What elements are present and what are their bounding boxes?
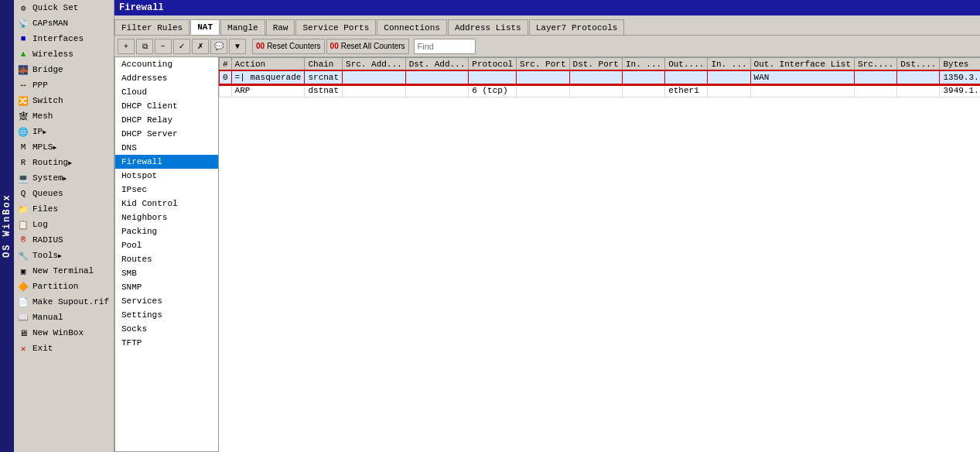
dropdown-item-socks[interactable]: Socks xyxy=(115,322,218,336)
dropdown-item-snmp[interactable]: SNMP xyxy=(115,280,218,294)
tab-nat[interactable]: NAT xyxy=(190,19,220,35)
sidebar-item-quick-set[interactable]: ⚙ Quick Set xyxy=(14,0,114,15)
system-icon: 💻 xyxy=(17,172,29,184)
reset-all-counters-button[interactable]: 00 Reset All Counters xyxy=(326,39,409,54)
sidebar-item-radius[interactable]: ® RADIUS xyxy=(14,232,114,248)
dropdown-item-ipsec[interactable]: IPsec xyxy=(115,183,218,197)
quick-set-icon: ⚙ xyxy=(17,2,29,14)
tab-mangle[interactable]: Mangle xyxy=(220,19,265,35)
sidebar-item-ppp[interactable]: ↔ PPP xyxy=(14,77,114,93)
col-dst-port: Dst. Port xyxy=(569,58,622,71)
radius-icon: ® xyxy=(17,234,29,246)
dropdown-item-addresses[interactable]: Addresses xyxy=(115,71,218,85)
winbox-label: OS WinBox xyxy=(0,0,14,452)
table-row[interactable]: 0 =| masquerade srcnat WAN xyxy=(220,71,981,84)
ppp-icon: ↔ xyxy=(17,79,29,91)
sidebar-item-interfaces[interactable]: ■ Interfaces xyxy=(14,31,114,46)
col-protocol: Protocol xyxy=(469,58,517,71)
new-winbox-icon: 🖥 xyxy=(17,327,29,339)
ip-submenu-dropdown: Accounting Addresses Cloud DHCP Client D… xyxy=(114,57,219,452)
mesh-icon: 🕸 xyxy=(17,110,29,122)
tab-service-ports[interactable]: Service Ports xyxy=(295,19,376,35)
col-src-add: Src. Add... xyxy=(343,58,406,71)
sidebar-item-queues[interactable]: Q Queues xyxy=(14,186,114,201)
col-src-port: Src. Port xyxy=(517,58,569,71)
enable-button[interactable]: ✓ xyxy=(173,39,190,54)
sidebar-item-supout[interactable]: 📄 Make Supout.rif xyxy=(14,294,114,310)
sidebar-item-exit[interactable]: ✕ Exit xyxy=(14,341,114,356)
dropdown-item-settings[interactable]: Settings xyxy=(115,308,218,322)
dropdown-item-dhcp-client[interactable]: DHCP Client xyxy=(115,99,218,113)
sidebar-item-routing[interactable]: R Routing xyxy=(14,155,114,170)
dropdown-item-packing[interactable]: Packing xyxy=(115,224,218,238)
dropdown-item-hotspot[interactable]: Hotspot xyxy=(115,169,218,183)
sidebar-item-switch[interactable]: 🔀 Switch xyxy=(14,93,114,108)
col-num: # xyxy=(220,58,232,71)
supout-icon: 📄 xyxy=(17,296,29,308)
tab-filter-rules[interactable]: Filter Rules xyxy=(114,19,190,35)
dropdown-item-accounting[interactable]: Accounting xyxy=(115,57,218,71)
col-action: Action xyxy=(231,58,305,71)
manual-icon: 📖 xyxy=(17,311,29,324)
dropdown-item-dns[interactable]: DNS xyxy=(115,141,218,155)
tab-bar: Filter Rules NAT Mangle Raw Service Port… xyxy=(114,15,980,36)
new-terminal-icon: ▣ xyxy=(17,265,29,277)
dropdown-item-dhcp-server[interactable]: DHCP Server xyxy=(115,127,218,141)
dropdown-item-tftp[interactable]: TFTP xyxy=(115,336,218,350)
col-dst-add: Dst. Add... xyxy=(405,58,469,71)
tab-address-lists[interactable]: Address Lists xyxy=(448,19,528,35)
col-dst2: Dst.... xyxy=(897,58,940,71)
exit-icon: ✕ xyxy=(17,342,29,354)
sidebar-item-capsman[interactable]: 📡 CAPsMAN xyxy=(14,15,114,31)
sidebar-item-log[interactable]: 📋 Log xyxy=(14,217,114,232)
sidebar-item-bridge[interactable]: 🌉 Bridge xyxy=(14,62,114,77)
bridge-icon: 🌉 xyxy=(17,63,29,76)
tab-raw[interactable]: Raw xyxy=(266,19,295,35)
dropdown-item-smb[interactable]: SMB xyxy=(115,266,218,280)
delete-button[interactable]: − xyxy=(155,39,172,54)
reset-counters-button[interactable]: 00 Reset Counters xyxy=(252,39,325,54)
tab-layer7-protocols[interactable]: Layer7 Protocols xyxy=(529,19,625,35)
sidebar-item-wireless[interactable]: ▲ Wireless xyxy=(14,46,114,62)
dropdown-item-dhcp-relay[interactable]: DHCP Relay xyxy=(115,113,218,127)
sidebar-item-ip[interactable]: 🌐 IP xyxy=(14,124,114,139)
col-chain: Chain xyxy=(305,58,343,71)
dropdown-item-routes[interactable]: Routes xyxy=(115,252,218,266)
tab-connections[interactable]: Connections xyxy=(377,19,447,35)
sidebar-item-partition[interactable]: 🔶 Partition xyxy=(14,279,114,294)
queues-icon: Q xyxy=(17,187,29,200)
switch-icon: 🔀 xyxy=(17,94,29,107)
files-icon: 📁 xyxy=(17,203,29,215)
main-area: Firewall Filter Rules NAT Mangle Raw Ser… xyxy=(114,0,980,452)
sidebar-item-mpls[interactable]: M MPLS xyxy=(14,139,114,155)
dropdown-item-cloud[interactable]: Cloud xyxy=(115,85,218,99)
mpls-icon: M xyxy=(17,141,29,153)
title-bar: Firewall xyxy=(114,0,980,15)
disable-button[interactable]: ✗ xyxy=(192,39,209,54)
col-in1: In. ... xyxy=(622,58,664,71)
page-title: Firewall xyxy=(119,2,164,13)
sidebar-item-files[interactable]: 📁 Files xyxy=(14,201,114,217)
filter-button[interactable]: ▼ xyxy=(229,39,246,54)
sidebar-item-new-terminal[interactable]: ▣ New Terminal xyxy=(14,263,114,279)
col-bytes: Bytes xyxy=(940,58,980,71)
dropdown-item-firewall[interactable]: Firewall xyxy=(115,155,218,169)
firewall-table: # Action Chain Src. Add... Dst. Add... P… xyxy=(219,57,980,98)
dropdown-item-neighbors[interactable]: Neighbors xyxy=(115,211,218,224)
dropdown-item-kid-control[interactable]: Kid Control xyxy=(115,197,218,211)
find-input[interactable] xyxy=(414,39,476,54)
sidebar-item-new-winbox[interactable]: 🖥 New WinBox xyxy=(14,325,114,341)
copy-button[interactable]: ⧉ xyxy=(136,39,153,54)
sidebar-item-mesh[interactable]: 🕸 Mesh xyxy=(14,108,114,124)
dropdown-item-services[interactable]: Services xyxy=(115,294,218,308)
interfaces-icon: ■ xyxy=(17,33,29,45)
col-in2: In. ... xyxy=(708,58,750,71)
comment-button[interactable]: 💬 xyxy=(210,39,227,54)
add-button[interactable]: + xyxy=(118,39,135,54)
dropdown-item-pool[interactable]: Pool xyxy=(115,238,218,252)
table-row[interactable]: ARP dstnat 6 (tcp) ether1 3949.1... xyxy=(220,84,981,98)
sidebar-item-manual[interactable]: 📖 Manual xyxy=(14,310,114,325)
log-icon: 📋 xyxy=(17,218,29,231)
sidebar-item-tools[interactable]: 🔧 Tools xyxy=(14,248,114,263)
sidebar-item-system[interactable]: 💻 System xyxy=(14,170,114,186)
